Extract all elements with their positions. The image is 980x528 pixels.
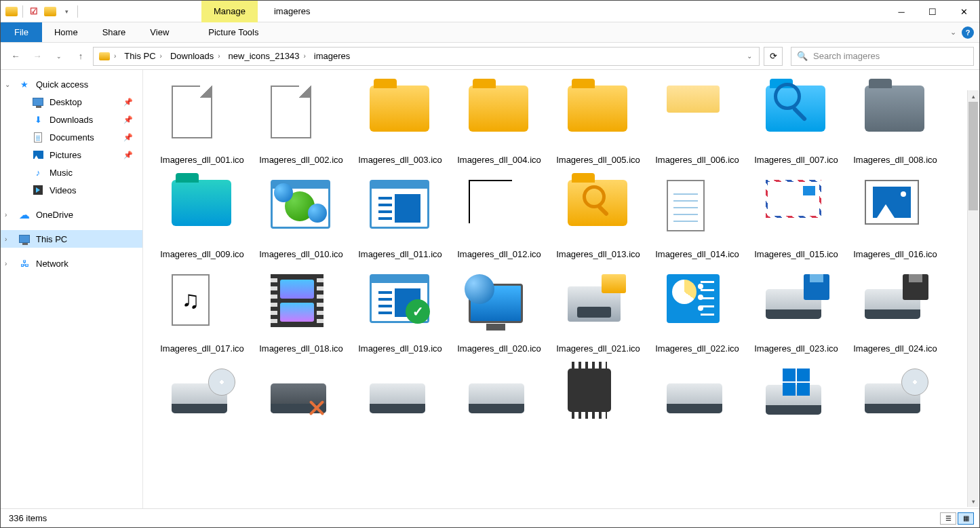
sidebar-videos[interactable]: Videos <box>1 181 142 199</box>
properties-icon[interactable]: ☑ <box>27 5 41 18</box>
file-name: Imageres_dll_007.ico <box>749 154 844 166</box>
file-name: Imageres_dll_024.ico <box>848 343 943 354</box>
file-item[interactable]: Imageres_dll_011.ico <box>351 172 450 263</box>
breadcrumb-newicons[interactable]: new_icons_21343› <box>224 48 310 65</box>
chevron-right-icon[interactable]: › <box>303 52 305 60</box>
file-name: Imageres_dll_015.ico <box>749 248 844 260</box>
file-item[interactable]: Imageres_dll_001.ico <box>153 78 252 168</box>
expand-icon[interactable]: › <box>5 235 7 243</box>
sidebar-onedrive[interactable]: ›☁OneDrive <box>1 206 142 223</box>
back-button[interactable]: ← <box>6 47 25 66</box>
sidebar-quickaccess[interactable]: ⌄★Quick access <box>1 75 142 93</box>
file-item[interactable]: Imageres_dll_024.ico <box>846 267 945 357</box>
new-folder-icon[interactable] <box>43 5 57 18</box>
file-item[interactable]: Imageres_dll_003.ico <box>351 78 450 168</box>
file-item[interactable] <box>153 361 252 440</box>
chevron-right-icon[interactable]: › <box>218 52 220 60</box>
breadcrumb-downloads[interactable]: Downloads› <box>166 48 224 65</box>
quick-access-toolbar: ☑ ▾ <box>1 5 79 18</box>
collapse-icon[interactable]: ⌄ <box>5 81 10 88</box>
file-item[interactable]: Imageres_dll_016.ico <box>846 172 945 263</box>
window-title: imageres <box>258 6 310 16</box>
sidebar-desktop[interactable]: Desktop📌 <box>1 93 142 111</box>
scroll-down-button[interactable]: ▾ <box>968 495 979 507</box>
file-item[interactable]: Imageres_dll_013.ico <box>549 172 648 263</box>
sidebar-thispc[interactable]: ›This PC <box>1 230 142 248</box>
up-button[interactable]: ↑ <box>71 47 90 66</box>
file-item[interactable] <box>351 361 450 440</box>
history-dropdown[interactable]: ⌄ <box>50 47 68 66</box>
manage-tab[interactable]: Manage <box>201 1 258 22</box>
ribbon-expand-icon[interactable]: ⌄ <box>950 28 956 37</box>
file-icon <box>365 81 435 151</box>
sidebar-network[interactable]: ›🖧Network <box>1 254 142 272</box>
refresh-button[interactable]: ⟳ <box>764 47 783 66</box>
icons-view-button[interactable]: ▦ <box>958 512 974 525</box>
file-item[interactable]: Imageres_dll_020.ico <box>450 267 549 357</box>
details-view-button[interactable]: ☰ <box>940 512 956 525</box>
maximize-button[interactable]: ☐ <box>917 1 948 22</box>
sidebar-music[interactable]: ♪Music <box>1 164 142 181</box>
chevron-right-icon[interactable]: › <box>114 52 116 60</box>
sidebar-documents[interactable]: Documents📌 <box>1 128 142 146</box>
sidebar-pictures[interactable]: Pictures📌 <box>1 146 142 164</box>
view-tab[interactable]: View <box>138 22 181 42</box>
file-item[interactable] <box>648 361 747 440</box>
picture-tools-tab[interactable]: Picture Tools <box>196 22 271 42</box>
file-item[interactable]: Imageres_dll_005.ico <box>549 78 648 168</box>
file-item[interactable]: Imageres_dll_012.ico <box>450 172 549 263</box>
file-view[interactable]: Imageres_dll_001.icoImageres_dll_002.ico… <box>143 70 979 508</box>
pictures-icon <box>32 149 44 161</box>
expand-icon[interactable]: › <box>5 211 7 219</box>
file-tab[interactable]: File <box>1 22 42 42</box>
file-item[interactable]: Imageres_dll_002.ico <box>252 78 351 168</box>
file-name: Imageres_dll_008.ico <box>848 154 943 166</box>
file-item[interactable]: Imageres_dll_008.ico <box>846 78 945 168</box>
file-item[interactable]: Imageres_dll_018.ico <box>252 267 351 357</box>
breadcrumb-thispc[interactable]: This PC› <box>120 48 166 65</box>
qat-dropdown-icon[interactable]: ▾ <box>60 5 73 18</box>
file-name: Imageres_dll_021.ico <box>551 343 646 354</box>
scroll-up-button[interactable]: ▴ <box>968 90 979 102</box>
chevron-right-icon[interactable]: › <box>160 52 162 60</box>
scrollbar[interactable]: ▴ ▾ <box>967 90 979 507</box>
file-icon <box>464 364 534 434</box>
help-icon[interactable]: ? <box>962 26 974 39</box>
share-tab[interactable]: Share <box>90 22 138 42</box>
file-item[interactable] <box>747 361 846 440</box>
pin-icon: 📌 <box>123 115 133 124</box>
file-icon <box>365 364 435 434</box>
file-item[interactable]: Imageres_dll_009.ico <box>153 172 252 263</box>
search-input[interactable]: 🔍 Search imageres <box>791 47 974 66</box>
file-icon <box>662 364 732 434</box>
scroll-thumb[interactable] <box>968 102 978 210</box>
close-button[interactable]: ✕ <box>948 1 979 22</box>
file-item[interactable]: Imageres_dll_010.ico <box>252 172 351 263</box>
file-item[interactable]: Imageres_dll_015.ico <box>747 172 846 263</box>
file-item[interactable]: Imageres_dll_021.ico <box>549 267 648 357</box>
file-item[interactable]: Imageres_dll_007.ico <box>747 78 846 168</box>
file-icon: ✓ <box>365 269 435 340</box>
file-item[interactable] <box>549 361 648 440</box>
file-item[interactable] <box>252 361 351 440</box>
address-dropdown-icon[interactable]: ⌄ <box>741 52 758 60</box>
file-item[interactable]: Imageres_dll_023.ico <box>747 267 846 357</box>
expand-icon[interactable]: › <box>5 260 7 267</box>
file-item[interactable]: Imageres_dll_014.ico <box>648 172 747 263</box>
file-item[interactable]: Imageres_dll_004.ico <box>450 78 549 168</box>
minimize-button[interactable]: ─ <box>886 1 917 22</box>
file-name: Imageres_dll_011.ico <box>353 248 448 260</box>
breadcrumb-imageres[interactable]: imageres <box>310 48 354 65</box>
file-icon <box>563 175 633 246</box>
file-name: Imageres_dll_019.ico <box>353 343 448 354</box>
file-item[interactable]: Imageres_dll_006.ico <box>648 78 747 168</box>
file-item[interactable] <box>846 361 945 440</box>
file-item[interactable]: ♫Imageres_dll_017.ico <box>153 267 252 357</box>
file-item[interactable]: ✓Imageres_dll_019.ico <box>351 267 450 357</box>
file-item[interactable] <box>450 361 549 440</box>
file-item[interactable]: Imageres_dll_022.ico <box>648 267 747 357</box>
address-bar[interactable]: › This PC› Downloads› new_icons_21343› i… <box>93 47 760 66</box>
forward-button[interactable]: → <box>28 47 47 66</box>
home-tab[interactable]: Home <box>42 22 90 42</box>
sidebar-downloads[interactable]: ⬇Downloads📌 <box>1 111 142 128</box>
